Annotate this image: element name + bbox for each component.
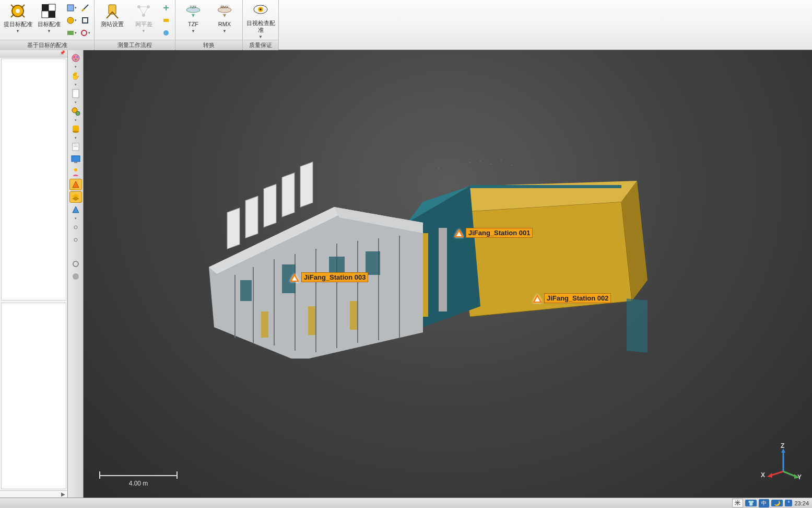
- station-setup-button[interactable]: 测站设置: [98, 1, 127, 40]
- group-label: 转换: [175, 40, 242, 50]
- small-survey-2[interactable]: [160, 15, 172, 26]
- svg-point-11: [81, 30, 87, 36]
- vtool-doc[interactable]: [69, 141, 82, 153]
- chevron-down-icon: ▼: [16, 29, 20, 34]
- tzf-icon: TZF: [184, 2, 203, 20]
- small-buttons-col2: ▾: [79, 1, 91, 39]
- vtool-circle1[interactable]: [69, 258, 82, 270]
- properties-panel[interactable]: [1, 303, 66, 489]
- scroll-right[interactable]: ▶: [0, 490, 67, 498]
- vtool-triangle-yellow[interactable]: [69, 179, 82, 190]
- svg-rect-48: [439, 228, 447, 311]
- vtool-gears[interactable]: [69, 106, 82, 117]
- svg-point-17: [163, 30, 169, 36]
- station-marker-002[interactable]: JiFang_Station 002: [533, 293, 611, 303]
- viewport-3d[interactable]: JiFang_Station 001 JiFang_Station 002 Ji…: [84, 50, 812, 498]
- svg-point-75: [438, 167, 439, 168]
- status-bar: 米 👕 中 🌙 ° 23:24: [0, 498, 812, 508]
- left-panel: 📌 ▶: [0, 50, 68, 498]
- ribbon-group-survey: 测站设置 网平差 ▼ 测量工作流程: [95, 0, 175, 50]
- svg-point-42: [74, 238, 77, 241]
- svg-rect-36: [74, 145, 78, 145]
- svg-rect-69: [300, 162, 313, 207]
- svg-marker-79: [767, 473, 772, 478]
- panel-pin[interactable]: 📌: [0, 50, 67, 57]
- small-tool-5[interactable]: [79, 15, 91, 26]
- target-yellow-icon: [8, 2, 27, 20]
- svg-point-43: [73, 261, 78, 267]
- triangle-icon: [454, 229, 464, 237]
- extract-target-register-button[interactable]: 提目标配准 ▼: [3, 1, 32, 40]
- svg-point-44: [73, 273, 79, 280]
- svg-rect-16: [163, 19, 169, 22]
- svg-point-71: [480, 160, 481, 161]
- status-ime[interactable]: 中: [759, 499, 769, 507]
- small-tool-1[interactable]: ▾: [66, 2, 77, 14]
- small-survey-3[interactable]: [160, 27, 172, 39]
- svg-rect-4: [42, 11, 49, 18]
- small-tool-4[interactable]: [79, 2, 91, 14]
- svg-text:RMX: RMX: [220, 5, 229, 9]
- vtool-layers[interactable]: [69, 191, 82, 203]
- moon-icon[interactable]: 🌙: [771, 500, 783, 506]
- axis-y-label: Y: [797, 474, 802, 481]
- tree-panel[interactable]: [1, 59, 66, 301]
- vtool-dot2[interactable]: [69, 234, 82, 246]
- target-register-button[interactable]: 目标配准 ▼: [34, 1, 64, 40]
- svg-point-31: [76, 111, 80, 116]
- small-tool-6[interactable]: ▾: [79, 27, 91, 39]
- chevron-down-icon: ▾: [75, 216, 77, 221]
- status-deg[interactable]: °: [785, 500, 792, 506]
- status-unit: 米: [732, 499, 743, 507]
- svg-point-72: [490, 164, 491, 165]
- triangle-icon: [533, 294, 542, 303]
- small-survey-1[interactable]: [160, 2, 172, 14]
- vtool-person[interactable]: [69, 166, 82, 178]
- ribbon: 提目标配准 ▼ 目标配准 ▼ ▾ ▾ ▾ ▾ 基于目标的配准: [0, 0, 812, 50]
- vertical-toolbar: ▾ ✋ ▾ ▾ ▾ ▾ ▾: [68, 50, 84, 498]
- svg-point-40: [74, 168, 77, 171]
- svg-text:TZF: TZF: [190, 5, 197, 9]
- chevron-down-icon: ▼: [222, 29, 227, 34]
- status-ime-icon[interactable]: 👕: [745, 500, 757, 506]
- station-marker-001[interactable]: JiFang_Station 001: [454, 228, 533, 238]
- svg-rect-10: [83, 18, 88, 23]
- scale-value: 4.00 m: [99, 480, 178, 487]
- svg-point-7: [67, 17, 74, 24]
- rmx-button[interactable]: RMX RMX ▼: [210, 1, 239, 40]
- small-buttons-col3: [160, 1, 172, 39]
- svg-rect-64: [350, 301, 357, 330]
- vtool-hand[interactable]: ✋: [69, 70, 82, 82]
- btn-label: RMX: [218, 21, 231, 28]
- svg-point-70: [469, 162, 470, 163]
- vtool-dot1[interactable]: [69, 222, 82, 233]
- station-label: JiFang_Station 002: [544, 293, 611, 303]
- point-cloud-model: [178, 155, 648, 359]
- axis-gizmo[interactable]: Z X Y: [765, 445, 802, 482]
- svg-rect-46: [470, 185, 621, 188]
- vtool-page[interactable]: [69, 88, 82, 99]
- vtool-circle2[interactable]: [69, 271, 82, 282]
- tzf-button[interactable]: TZF TZF ▼: [179, 1, 208, 40]
- small-tool-3[interactable]: ▾: [66, 27, 77, 39]
- chevron-down-icon: ▼: [47, 29, 51, 34]
- svg-rect-37: [74, 146, 78, 147]
- svg-rect-3: [49, 4, 55, 11]
- btn-label: 目视检查配准: [246, 20, 275, 33]
- scale-bar: 4.00 m: [99, 471, 178, 487]
- small-buttons-col: ▾ ▾ ▾: [66, 1, 77, 39]
- vtool-screen[interactable]: [69, 154, 82, 165]
- station-marker-003[interactable]: JiFang_Station 003: [290, 272, 368, 282]
- vtool-palette[interactable]: [69, 52, 82, 64]
- svg-rect-5: [49, 11, 55, 18]
- visual-check-register-button[interactable]: 目视检查配准 ▼: [246, 1, 275, 40]
- vtool-triangle-blue[interactable]: [69, 204, 82, 215]
- vtool-cylinder[interactable]: [69, 123, 82, 135]
- axis-z-label: Z: [781, 442, 784, 449]
- svg-rect-67: [264, 184, 276, 227]
- svg-rect-29: [73, 89, 79, 98]
- chevron-down-icon: ▾: [75, 100, 77, 105]
- small-tool-2[interactable]: ▾: [66, 15, 77, 26]
- svg-rect-62: [261, 311, 268, 338]
- group-label: 基于目标的配准: [0, 40, 94, 50]
